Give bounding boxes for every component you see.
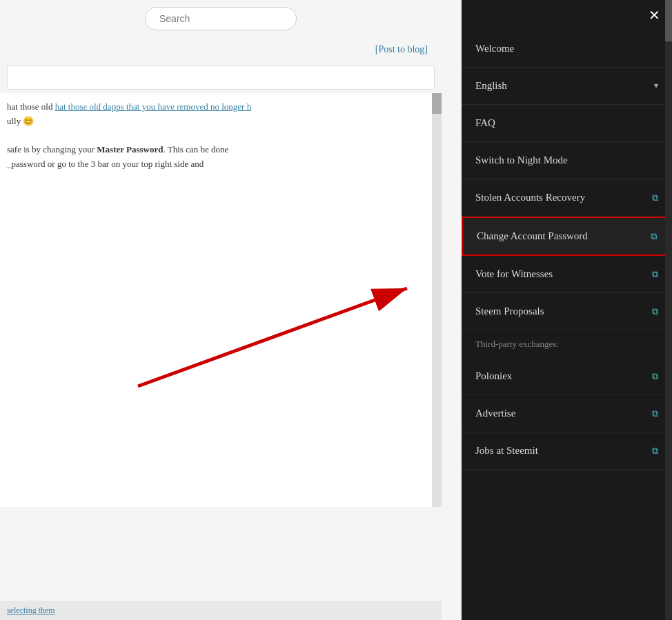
external-link-icon-poloniex: ⧉	[652, 371, 658, 382]
menu-label-night-mode: Switch to Night Mode	[475, 154, 568, 166]
menu-label-stolen-recovery: Stolen Accounts Recovery	[475, 192, 585, 203]
menu-item-welcome[interactable]: Welcome	[462, 30, 672, 68]
master-password-text: Master Password	[97, 144, 163, 154]
external-link-icon-change-password: ⧉	[651, 231, 657, 242]
content-paragraph-1: hat those old hat those old dapps that y…	[7, 100, 435, 114]
external-link-icon-vote-witnesses: ⧉	[652, 269, 658, 280]
menu-label-vote-witnesses: Vote for Witnesses	[475, 268, 553, 280]
blog-content-area: hat those old hat those old dapps that y…	[0, 93, 442, 507]
menu-container: WelcomeEnglish▾FAQSwitch to Night ModeSt…	[462, 30, 672, 470]
menu-label-steem-proposals: Steem Proposals	[475, 306, 544, 317]
menu-label-english: English	[475, 80, 507, 92]
main-content: [Post to blog] hat those old hat those o…	[0, 0, 442, 620]
menu-item-vote-witnesses[interactable]: Vote for Witnesses⧉	[462, 256, 672, 293]
dapps-link[interactable]: hat those old dapps that you have remove…	[55, 101, 252, 112]
menu-label-advertise: Advertise	[475, 408, 515, 419]
bottom-link[interactable]: selecting them	[0, 606, 62, 616]
dropdown-arrow-english: ▾	[654, 81, 658, 91]
post-to-blog-link[interactable]: [Post to blog]	[0, 37, 442, 62]
content-paragraph-3: safe is by changing your Master Password…	[7, 143, 435, 157]
external-link-icon-steem-proposals: ⧉	[652, 306, 658, 317]
menu-label-welcome: Welcome	[475, 43, 514, 54]
menu-label-change-password: Change Account Password	[477, 230, 588, 242]
menu-label-third-party-header: Third-party exchanges:	[475, 339, 559, 350]
menu-label-faq: FAQ	[475, 117, 495, 129]
panel-scrollbar-thumb[interactable]	[665, 0, 672, 41]
search-area	[0, 0, 442, 37]
external-link-icon-stolen-recovery: ⧉	[652, 192, 658, 203]
menu-item-poloniex[interactable]: Poloniex⧉	[462, 358, 672, 395]
right-panel: ✕ WelcomeEnglish▾FAQSwitch to Night Mode…	[462, 0, 672, 620]
menu-item-advertise[interactable]: Advertise⧉	[462, 395, 672, 432]
menu-item-faq[interactable]: FAQ	[462, 105, 672, 142]
menu-item-english[interactable]: English▾	[462, 68, 672, 105]
bottom-area: selecting them	[0, 601, 442, 620]
text-input-area[interactable]	[7, 66, 435, 90]
scrollbar-thumb[interactable]	[432, 93, 442, 114]
external-link-icon-advertise: ⧉	[652, 408, 658, 419]
panel-close-row: ✕	[462, 0, 672, 30]
content-scrollbar[interactable]	[432, 93, 442, 507]
menu-item-jobs[interactable]: Jobs at Steemit⧉	[462, 432, 672, 470]
menu-label-poloniex: Poloniex	[475, 370, 512, 382]
menu-item-third-party-header: Third-party exchanges:	[462, 330, 672, 358]
external-link-icon-jobs: ⧉	[652, 446, 658, 457]
panel-scrollbar[interactable]	[665, 0, 672, 620]
content-paragraph-2: ully 😊	[7, 114, 435, 129]
menu-item-change-password[interactable]: Change Account Password⧉	[462, 217, 672, 256]
menu-label-jobs: Jobs at Steemit	[475, 445, 538, 457]
menu-item-steem-proposals[interactable]: Steem Proposals⧉	[462, 293, 672, 330]
search-input[interactable]	[145, 7, 297, 30]
close-button[interactable]: ✕	[644, 6, 664, 25]
content-paragraph-4: _password or go to the 3 bar on your top…	[7, 157, 435, 172]
menu-item-stolen-recovery[interactable]: Stolen Accounts Recovery⧉	[462, 179, 672, 217]
menu-item-night-mode[interactable]: Switch to Night Mode	[462, 142, 672, 179]
